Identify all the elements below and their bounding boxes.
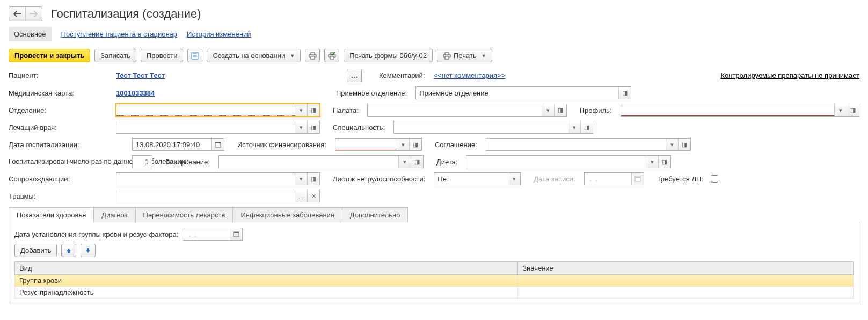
visit-field: ▾ ◨ (218, 155, 424, 168)
label-doctor: Лечащий врач: (9, 123, 111, 132)
finsource-input[interactable] (335, 139, 397, 150)
tab-drug-tolerance[interactable]: Переносимость лекарств (135, 207, 234, 222)
cell-kind: Резус-принадлежность (15, 287, 518, 299)
drugs-note-link[interactable]: Контролируемые препараты не принимает (720, 71, 859, 79)
report-icon (191, 52, 199, 60)
tab-diagnosis[interactable]: Диагноз (93, 207, 135, 222)
tab-health[interactable]: Показатели здоровья (9, 207, 94, 222)
label-reception: Приемное отделение: (336, 89, 407, 97)
label-escort: Сопровождающий: (9, 175, 111, 183)
calendar-icon[interactable] (211, 139, 224, 150)
label-visit: Визирование: (165, 158, 210, 166)
post-button[interactable]: Провести (141, 49, 184, 62)
toolbar: Провести и закрыть Записать Провести Соз… (9, 49, 859, 62)
clear-icon[interactable]: ✕ (307, 190, 319, 202)
patient-ellipsis-button[interactable]: … (347, 69, 362, 82)
trauma-input[interactable] (116, 190, 295, 202)
visit-input[interactable] (219, 156, 398, 168)
dropdown-icon[interactable]: ▾ (666, 139, 678, 150)
print-label: Печать (454, 52, 477, 60)
nav-forward-button[interactable] (26, 7, 42, 21)
svg-rect-9 (330, 56, 334, 59)
open-icon[interactable]: ◨ (307, 104, 319, 116)
dropdown-icon[interactable]: ▾ (295, 104, 307, 116)
nav-back-button[interactable] (9, 7, 25, 21)
col-kind[interactable]: Вид (15, 262, 518, 275)
label-trauma: Травмы: (9, 192, 111, 200)
tab-history[interactable]: История изменений (187, 27, 251, 41)
svg-rect-11 (445, 53, 449, 55)
label-specialty: Специальность: (333, 123, 385, 132)
escort-input[interactable] (116, 173, 295, 185)
post-and-close-button[interactable]: Провести и закрыть (9, 49, 90, 62)
move-up-button[interactable] (61, 244, 76, 257)
report-button[interactable] (187, 49, 202, 62)
doctor-input[interactable] (116, 121, 295, 133)
dropdown-icon[interactable]: ▾ (397, 139, 409, 150)
comment-link[interactable]: <<нет комментария>> (434, 71, 506, 79)
open-icon[interactable]: ◨ (847, 104, 859, 116)
tab-admission[interactable]: Поступление пациента в стационар (61, 27, 177, 41)
patient-link[interactable]: Тест Тест Тест (116, 71, 341, 79)
tab-infections[interactable]: Инфекционные заболевания (232, 207, 342, 222)
doctor-field: ▾ ◨ (116, 121, 320, 134)
hospdate-field (132, 138, 224, 151)
sicklist-input[interactable] (434, 173, 508, 185)
open-icon[interactable]: ◨ (307, 121, 319, 133)
needsick-checkbox[interactable] (711, 175, 718, 183)
tab-health-pane: Дата установления группы крови и резус-ф… (9, 222, 859, 304)
ward-input[interactable] (368, 104, 542, 116)
specialty-input[interactable] (394, 121, 568, 133)
move-down-button[interactable] (81, 244, 96, 257)
tab-extra[interactable]: Дополнительно (342, 207, 409, 222)
open-icon[interactable]: ◨ (554, 104, 566, 116)
dropdown-icon[interactable]: ▾ (834, 104, 847, 116)
create-based-button[interactable]: Создать на основании▼ (207, 49, 301, 62)
hospcount-input[interactable] (133, 156, 152, 168)
dropdown-icon[interactable]: ▾ (646, 156, 658, 168)
blooddate-input[interactable] (183, 228, 230, 240)
print-menu-button[interactable]: Печать▼ (437, 49, 492, 62)
printer-icon (309, 52, 317, 60)
label-hospdate: Дата госпитализации: (9, 141, 127, 149)
dropdown-icon[interactable]: ▾ (508, 173, 520, 185)
dropdown-icon[interactable]: ▾ (398, 156, 411, 168)
open-icon[interactable]: ◨ (409, 139, 421, 150)
table-row[interactable]: Группа крови (15, 275, 854, 287)
open-icon[interactable]: ◨ (580, 121, 593, 133)
open-icon[interactable]: ◨ (618, 87, 631, 99)
medcard-link[interactable]: 1001033384 (116, 89, 325, 97)
col-value[interactable]: Значение (518, 262, 854, 275)
open-icon[interactable]: ◨ (307, 173, 319, 185)
hospdate-input[interactable] (133, 139, 211, 150)
profile-input[interactable] (621, 104, 835, 116)
trauma-field: … ✕ (116, 190, 320, 202)
dropdown-icon[interactable]: ▾ (568, 121, 580, 133)
dropdown-icon[interactable]: ▾ (295, 121, 307, 133)
calendar-icon[interactable] (230, 228, 242, 240)
diet-input[interactable] (466, 156, 646, 168)
ellipsis-icon[interactable]: … (295, 190, 307, 202)
tab-main[interactable]: Основное (9, 27, 52, 41)
label-agreement: Соглашение: (435, 141, 477, 149)
label-comment: Комментарий: (379, 71, 425, 79)
open-icon[interactable]: ◨ (411, 156, 423, 168)
save-button[interactable]: Записать (94, 49, 136, 62)
open-icon[interactable]: ◨ (658, 156, 670, 168)
print-check-button[interactable] (324, 49, 339, 62)
create-based-label: Создать на основании (213, 52, 285, 60)
dropdown-icon[interactable]: ▾ (295, 173, 307, 185)
reception-input[interactable] (416, 87, 618, 99)
open-icon[interactable]: ◨ (678, 139, 690, 150)
recorddate-field (584, 172, 644, 185)
diet-field: ▾ ◨ (466, 155, 671, 168)
add-row-button[interactable]: Добавить (14, 244, 57, 257)
department-input[interactable] (116, 104, 295, 116)
agreement-input[interactable] (486, 139, 666, 150)
table-row[interactable]: Резус-принадлежность (15, 287, 854, 299)
print-form-button[interactable]: Печать формы 066/у-02 (344, 49, 433, 62)
label-needsick: Требуется ЛН: (657, 175, 703, 183)
print-icon-button[interactable] (305, 49, 320, 62)
dropdown-icon[interactable]: ▾ (542, 104, 554, 116)
svg-rect-12 (445, 56, 449, 59)
